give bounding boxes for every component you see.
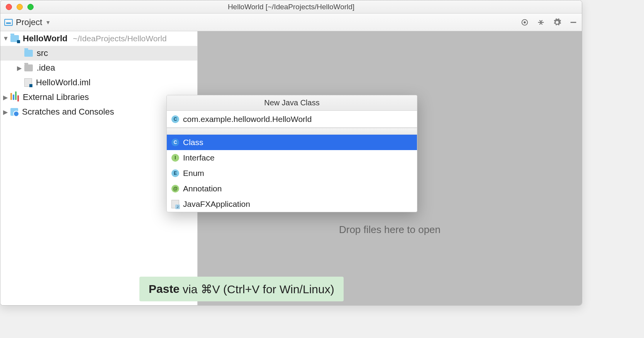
- hint-action: Paste: [149, 282, 180, 296]
- project-view-selector[interactable]: Project ▼: [4, 17, 51, 27]
- option-label: JavaFXApplication: [183, 199, 250, 209]
- shortcut-hint: Paste via ⌘V (Ctrl+V for Win/Linux): [139, 277, 344, 301]
- collapse-icon[interactable]: [536, 18, 546, 27]
- gear-icon[interactable]: [552, 18, 562, 27]
- option-label: Interface: [183, 153, 215, 162]
- option-interface[interactable]: I Interface: [167, 150, 417, 166]
- chevron-down-icon: ▼: [45, 19, 51, 25]
- option-enum[interactable]: E Enum: [167, 166, 417, 181]
- annotation-icon: @: [171, 185, 179, 193]
- enum-icon: E: [171, 169, 179, 177]
- svg-point-1: [524, 22, 525, 23]
- class-type-list: C Class I Interface E Enum @ Annotation …: [167, 135, 417, 212]
- interface-icon: I: [171, 154, 179, 162]
- tree-label: External Libraries: [23, 92, 89, 102]
- class-name-input[interactable]: [183, 115, 412, 124]
- project-toolbar: Project ▼: [0, 14, 582, 31]
- tree-item-idea[interactable]: ▶ .idea: [0, 61, 197, 75]
- tree-label: src: [37, 48, 48, 58]
- option-annotation[interactable]: @ Annotation: [167, 181, 417, 196]
- option-class[interactable]: C Class: [167, 135, 417, 150]
- window-controls: [6, 4, 34, 10]
- minimize-button[interactable]: [17, 4, 23, 10]
- chevron-right-icon[interactable]: ▶: [3, 94, 8, 101]
- project-folder-icon: [10, 35, 19, 42]
- chevron-right-icon[interactable]: ▶: [17, 64, 22, 72]
- javafx-icon: [171, 200, 179, 208]
- class-icon: C: [171, 139, 179, 146]
- tree-item-iml[interactable]: ▶ HelloWorld.iml: [0, 75, 197, 90]
- option-label: Annotation: [183, 184, 222, 193]
- chevron-down-icon[interactable]: ▼: [3, 35, 8, 42]
- option-label: Class: [183, 138, 203, 147]
- src-folder-icon: [24, 50, 33, 57]
- option-label: Enum: [183, 169, 204, 178]
- titlebar: HelloWorld [~/IdeaProjects/HelloWorld]: [0, 0, 582, 14]
- file-icon: [24, 78, 32, 87]
- project-view-icon: [4, 19, 13, 26]
- popup-separator: [167, 128, 417, 135]
- locate-icon[interactable]: [520, 18, 529, 27]
- popup-title: New Java Class: [167, 95, 417, 111]
- hide-icon[interactable]: [569, 18, 578, 27]
- class-name-row: C: [167, 111, 417, 128]
- class-icon: C: [171, 115, 179, 123]
- project-path: ~/IdeaProjects/HelloWorld: [73, 34, 167, 43]
- tree-label: .idea: [37, 63, 55, 73]
- tree-label: HelloWorld.iml: [36, 78, 90, 88]
- tree-item-src[interactable]: ▶ src: [0, 46, 197, 61]
- drop-hint: Drop files here to open: [339, 224, 441, 236]
- tree-label: Scratches and Consoles: [22, 107, 114, 117]
- libraries-icon: [10, 93, 19, 101]
- scratches-icon: [10, 108, 18, 116]
- tree-item-project[interactable]: ▼ HelloWorld ~/IdeaProjects/HelloWorld: [0, 31, 197, 46]
- project-name: HelloWorld: [23, 34, 68, 44]
- folder-icon: [24, 64, 33, 71]
- project-view-label: Project: [16, 17, 42, 27]
- window-title: HelloWorld [~/IdeaProjects/HelloWorld]: [0, 3, 582, 11]
- new-class-popup: New Java Class C C Class I Interface E E…: [166, 95, 417, 212]
- maximize-button[interactable]: [27, 4, 34, 10]
- ide-window: HelloWorld [~/IdeaProjects/HelloWorld] P…: [0, 0, 582, 306]
- option-javafx[interactable]: JavaFXApplication: [167, 196, 417, 212]
- close-button[interactable]: [6, 4, 12, 10]
- hint-text: via ⌘V (Ctrl+V for Win/Linux): [183, 282, 334, 296]
- chevron-right-icon[interactable]: ▶: [3, 108, 8, 116]
